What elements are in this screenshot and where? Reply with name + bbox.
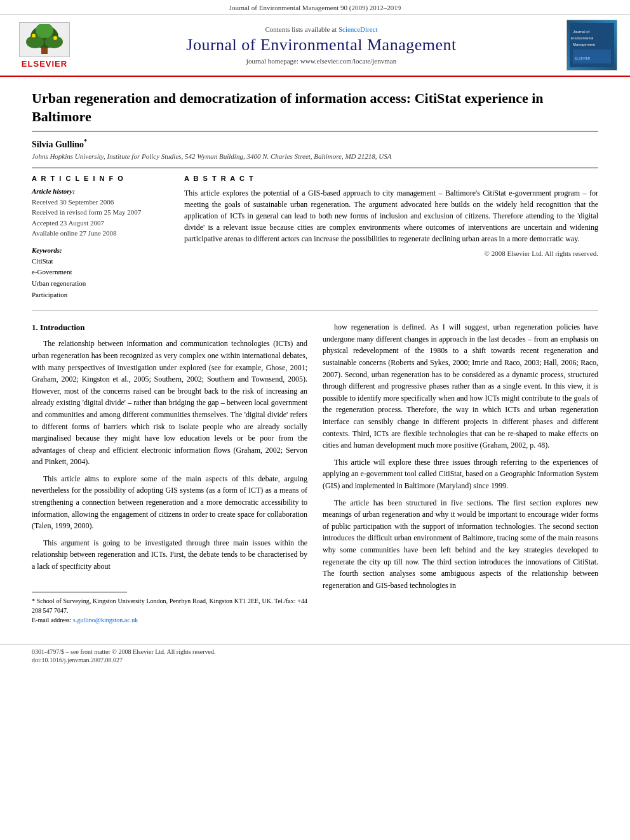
body-right-para-2: This article will explore these three is… (323, 457, 598, 492)
body-left-column: 1. Introduction The relationship between… (32, 321, 307, 624)
journal-center-info: Contents lists available at ScienceDirec… (76, 25, 566, 65)
journal-thumbnail: Journal of Environmental Management ELSE… (566, 20, 617, 70)
footnote-area: * School of Surveying, Kingston Universi… (32, 592, 307, 625)
elsevier-wordmark: ELSEVIER (22, 59, 67, 69)
abstract-text: This article explores the potential of a… (184, 187, 598, 244)
main-content: Urban regeneration and democratization o… (0, 77, 630, 637)
abstract-column: A B S T R A C T This article explores th… (184, 175, 598, 300)
history-item-1: Received 30 September 2006 (32, 197, 171, 208)
svg-text:Environmental: Environmental (571, 36, 593, 40)
footnote-email: E-mail address: s.gullino@kingston.ac.uk (32, 615, 307, 625)
top-journal-ref: Journal of Environmental Management 90 (… (0, 0, 630, 15)
footer-rights: 0301-4797/$ – see front matter © 2008 El… (32, 648, 598, 655)
footnote-1: * School of Surveying, Kingston Universi… (32, 596, 307, 615)
elsevier-logo: ELSEVIER (13, 22, 76, 69)
journal-title-header: Journal of Environmental Management (76, 36, 566, 55)
history-item-2: Received in revised form 25 May 2007 (32, 207, 171, 218)
journal-header: ELSEVIER Contents lists available at Sci… (0, 15, 630, 77)
author-affiliation: Johns Hopkins University, Institute for … (32, 152, 598, 160)
body-right-column: how regeneration is defined. As I will s… (323, 321, 598, 624)
keyword-3: Urban regeneration (32, 278, 171, 290)
article-info-heading: A R T I C L E I N F O (32, 175, 171, 182)
footer-area: 0301-4797/$ – see front matter © 2008 El… (0, 644, 630, 667)
article-info-abstract-section: A R T I C L E I N F O Article history: R… (32, 168, 598, 300)
copyright-line: © 2008 Elsevier Ltd. All rights reserved… (184, 250, 598, 257)
keyword-1: CitiStat (32, 256, 171, 267)
footnote-separator (32, 592, 127, 592)
svg-text:Journal of: Journal of (573, 30, 590, 34)
keywords-list: CitiStat e-Government Urban regeneration… (32, 256, 171, 300)
svg-point-5 (32, 34, 36, 37)
sciencedirect-line: Contents lists available at ScienceDirec… (76, 25, 566, 33)
article-history-items: Received 30 September 2006 Received in r… (32, 197, 171, 239)
section-divider (32, 310, 598, 311)
body-left-para-3: This argument is going to be investigate… (32, 537, 307, 573)
article-info-column: A R T I C L E I N F O Article history: R… (32, 175, 171, 300)
article-history-label: Article history: (32, 187, 171, 195)
history-item-4: Available online 27 June 2008 (32, 228, 171, 239)
svg-point-6 (53, 36, 57, 40)
body-right-para-1: how regeneration is defined. As I will s… (323, 321, 598, 451)
body-left-para-1: The relationship between information and… (32, 338, 307, 468)
body-section: 1. Introduction The relationship between… (32, 321, 598, 624)
keyword-2: e-Government (32, 267, 171, 278)
svg-text:ELSEVIER: ELSEVIER (575, 57, 591, 60)
author-name: Silvia Gullino* (32, 138, 598, 150)
abstract-heading: A B S T R A C T (184, 175, 598, 182)
homepage-line: journal homepage: www.elsevier.com/locat… (76, 57, 566, 65)
section1-title: 1. Introduction (32, 321, 307, 334)
article-title: Urban regeneration and democratization o… (32, 90, 598, 131)
history-item-3: Accepted 23 August 2007 (32, 218, 171, 229)
body-left-para-2: This article aims to explore some of the… (32, 473, 307, 532)
sciencedirect-link[interactable]: ScienceDirect (338, 25, 378, 33)
footnote-email-link[interactable]: s.gullino@kingston.ac.uk (73, 617, 138, 623)
body-right-para-3: The article has been structured in five … (323, 497, 598, 592)
elsevier-tree-image (19, 22, 70, 57)
svg-text:Management: Management (573, 43, 595, 46)
keyword-4: Participation (32, 290, 171, 301)
footer-doi: doi:10.1016/j.jenvman.2007.08.027 (32, 657, 598, 663)
keywords-label: Keywords: (32, 246, 171, 254)
